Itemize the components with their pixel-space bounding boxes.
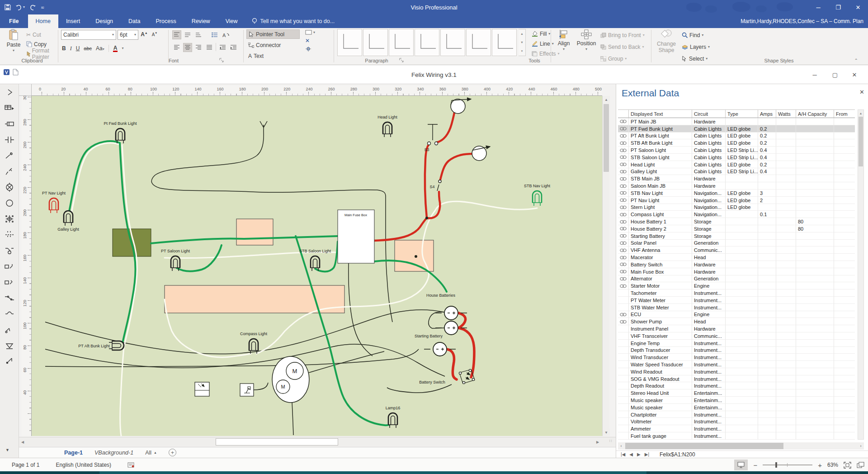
bring-to-front-button[interactable]: Bring to Front▾ bbox=[600, 30, 645, 40]
justify-button[interactable] bbox=[205, 43, 214, 52]
close-button[interactable]: ✕ bbox=[848, 0, 868, 14]
throttle-symbol[interactable] bbox=[240, 384, 254, 396]
table-row[interactable]: STB Saloon LightCabin LightsLED Strip Li… bbox=[618, 154, 855, 161]
tab-file[interactable]: File bbox=[0, 14, 28, 28]
font-dialog-launcher[interactable] bbox=[219, 58, 224, 62]
position-button[interactable]: Position▾ bbox=[575, 29, 598, 51]
cut-button[interactable]: ✂Cut bbox=[26, 30, 56, 39]
table-hscroll-thumb[interactable] bbox=[625, 443, 783, 449]
select-button[interactable]: Select▾ bbox=[682, 54, 710, 63]
account-name[interactable]: Martin,Hardy,RHODES,Confec – SA – Comm. … bbox=[741, 14, 863, 28]
paragraph-dialog-launcher[interactable] bbox=[399, 58, 404, 62]
minimize-button[interactable]: ─ bbox=[808, 0, 828, 14]
galley-light-lamp[interactable] bbox=[63, 211, 73, 226]
scroll-down-icon[interactable]: ▼ bbox=[603, 429, 610, 436]
switch-contact-icon[interactable] bbox=[0, 147, 19, 163]
nav-first-icon[interactable]: |◀ bbox=[621, 452, 625, 457]
table-row[interactable]: Starter MotorEngine bbox=[618, 282, 855, 289]
house-battery-1[interactable] bbox=[444, 306, 458, 320]
column-header[interactable]: Circuit bbox=[692, 110, 726, 118]
table-row[interactable]: Music speakerEntertainm... bbox=[618, 397, 855, 404]
tab-design[interactable]: Design bbox=[88, 14, 121, 28]
table-row[interactable]: ChartplotterInstrument... bbox=[618, 411, 855, 418]
grow-font-button[interactable]: A▲ bbox=[140, 30, 149, 39]
table-row[interactable]: Wind TransducerInstrument... bbox=[618, 354, 855, 361]
table-row[interactable]: TachometerInstrument... bbox=[618, 289, 855, 297]
column-header[interactable]: Watts bbox=[776, 110, 796, 118]
table-row[interactable]: STB Nav LightNavigation...LED globe3 bbox=[618, 190, 855, 197]
zoom-out-button[interactable]: − bbox=[753, 461, 757, 469]
table-row[interactable]: SOG & VMG ReadoutInstrument... bbox=[618, 375, 855, 383]
tab-review[interactable]: Review bbox=[184, 14, 218, 28]
table-row[interactable]: VHF AntennaCommunic... bbox=[618, 246, 855, 254]
table-row[interactable]: VoltmeterInstrument... bbox=[618, 418, 855, 425]
change-shape-button[interactable]: Change Shape bbox=[654, 29, 679, 54]
column-header[interactable]: Type bbox=[726, 110, 758, 118]
align-button[interactable]: Align▾ bbox=[554, 29, 573, 51]
tab-home[interactable]: Home bbox=[28, 14, 58, 28]
align-center-button[interactable] bbox=[183, 43, 192, 52]
doc-minimize-button[interactable]: ─ bbox=[807, 68, 823, 81]
table-row[interactable]: AmmeterInstrument... bbox=[618, 425, 855, 432]
table-row[interactable]: PT Nav LightNavigation...LED globe2 bbox=[618, 197, 855, 204]
table-row[interactable]: MaceratorHead bbox=[618, 254, 855, 261]
table-row[interactable]: Solar PanelGeneration bbox=[618, 240, 855, 247]
add-page-button[interactable]: + bbox=[169, 449, 176, 456]
align-right-button[interactable] bbox=[194, 43, 203, 52]
table-row[interactable]: PT Aft Bunk LightCabin LightsLED globe0.… bbox=[618, 133, 855, 140]
vscroll-thumb[interactable] bbox=[604, 104, 609, 172]
macro-status-icon[interactable] bbox=[127, 462, 135, 468]
table-row[interactable]: VHF TransceiverCommunic... bbox=[618, 332, 855, 340]
font-color-button[interactable]: A bbox=[113, 45, 118, 52]
pt-nav-light-lamp[interactable] bbox=[49, 198, 59, 213]
rotary-switch-icon[interactable] bbox=[0, 242, 19, 258]
align-left-button[interactable] bbox=[172, 43, 181, 52]
text-tool-button[interactable]: AText bbox=[246, 51, 265, 61]
language-indicator[interactable]: English (United States) bbox=[56, 462, 111, 468]
switch-windows-button[interactable] bbox=[857, 462, 864, 468]
pointer-tool-button[interactable]: Pointer Tool bbox=[246, 29, 300, 39]
table-row[interactable]: Depth TransducerInstrument... bbox=[618, 347, 855, 354]
dashed-capacitor-icon[interactable] bbox=[0, 227, 19, 242]
table-row[interactable]: Battery SwitchHardware bbox=[618, 261, 855, 268]
fuse-switch-icon[interactable] bbox=[0, 163, 19, 179]
table-row[interactable]: Depth ReadoutInstrument... bbox=[618, 382, 855, 389]
tab-process[interactable]: Process bbox=[148, 14, 184, 28]
stb-nav-light-lamp[interactable] bbox=[532, 191, 542, 206]
contact-box-icon[interactable] bbox=[0, 258, 19, 274]
rectangle-tool-button[interactable]: ▾ bbox=[305, 29, 315, 35]
table-scroll-left-icon[interactable]: ‹ bbox=[618, 442, 624, 450]
starting-battery[interactable] bbox=[433, 342, 447, 356]
change-case-button[interactable]: Aa▾ bbox=[96, 45, 104, 52]
table-row[interactable]: Head LightCabin LightsLED globe0.2 bbox=[618, 161, 855, 168]
lamp-circle-icon[interactable] bbox=[0, 195, 19, 211]
selector-switch-icon[interactable] bbox=[0, 290, 19, 306]
table-row[interactable]: Wind ReadoutInstrument... bbox=[618, 368, 855, 375]
hscroll-thumb[interactable] bbox=[216, 438, 338, 446]
font-size-select[interactable]: 6pt▾ bbox=[118, 30, 138, 40]
column-header[interactable]: From bbox=[834, 110, 855, 118]
find-button[interactable]: Find▾ bbox=[682, 30, 710, 40]
nav-last-icon[interactable]: ▶| bbox=[645, 452, 649, 457]
text-rotate-button[interactable]: A bbox=[221, 30, 230, 39]
column-header[interactable]: Amps bbox=[758, 110, 776, 118]
shape-style-thumbnail[interactable] bbox=[337, 29, 362, 56]
table-horizontal-scrollbar[interactable]: ‹ › bbox=[618, 442, 864, 450]
table-row[interactable]: Water Speed TrasducerInstrument... bbox=[618, 361, 855, 368]
page-indicator[interactable]: Page 1 of 1 bbox=[12, 462, 39, 468]
canvas-vertical-scrollbar[interactable]: ▲ ▼ bbox=[602, 96, 609, 436]
table-row[interactable]: Fuel tank guageInstrument... bbox=[618, 432, 855, 440]
shape-style-thumbnail[interactable] bbox=[415, 29, 439, 56]
presentation-mode-button[interactable] bbox=[734, 460, 748, 470]
table-row[interactable]: PT Saloon LightCabin LightsLED Strip Li.… bbox=[618, 147, 855, 154]
nav-prev-icon[interactable]: ◀ bbox=[629, 452, 633, 457]
pt-saloon-light-lamp[interactable] bbox=[170, 256, 180, 271]
table-row[interactable]: Main Fuse BoxHardware bbox=[618, 268, 855, 275]
canvas-horizontal-scrollbar[interactable]: ◀ ▶ bbox=[19, 437, 616, 446]
junction-box-peach-1[interactable] bbox=[236, 219, 273, 245]
resize-grip[interactable]: ∷ bbox=[609, 439, 615, 444]
doc-restore-button[interactable]: ▢ bbox=[827, 68, 843, 81]
shape-style-thumbnail[interactable] bbox=[492, 29, 517, 56]
table-scroll-right-icon[interactable]: › bbox=[858, 442, 864, 450]
dot-switch-icon[interactable] bbox=[0, 353, 19, 369]
